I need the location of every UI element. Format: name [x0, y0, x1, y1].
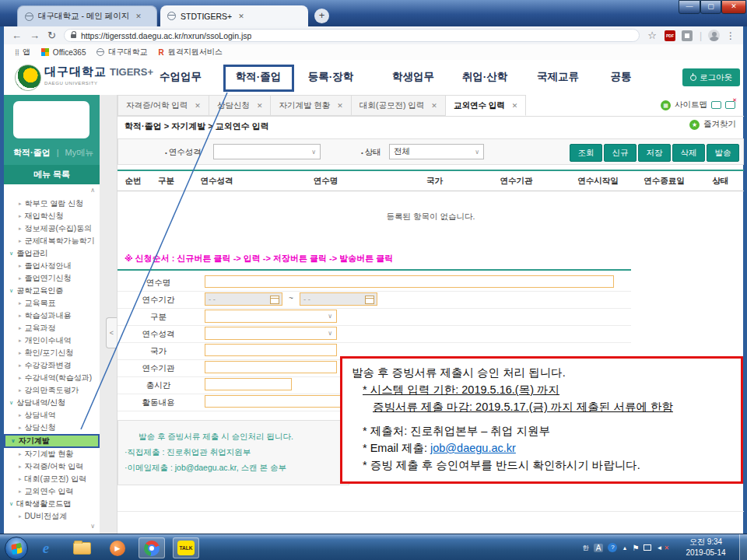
send-button[interactable]: 발송	[707, 144, 739, 162]
sidebar-section[interactable]: ∨상담내역/신청	[4, 397, 100, 409]
maximize-button[interactable]: ▢	[700, 0, 721, 14]
institution-input[interactable]	[205, 361, 337, 373]
content-tab[interactable]: 자격증/어학 입력✕	[117, 95, 209, 116]
nav-item-registration-scholarship[interactable]: 등록·장학	[293, 70, 368, 84]
scroll-down-icon[interactable]: ∨	[90, 523, 95, 530]
sidebar-item[interactable]: ▸수강내역(학습성과)	[4, 372, 100, 384]
bookmark-office365[interactable]: Office365	[41, 48, 86, 57]
nav-item-classes[interactable]: 수업업무	[143, 70, 218, 84]
sidebar-item-self-development[interactable]: ∨자기계발	[4, 434, 100, 448]
media-player-taskbar-button[interactable]: ▶	[104, 537, 131, 558]
category-select[interactable]: ∨	[205, 310, 337, 323]
sidebar-tab-records[interactable]: 학적·졸업	[13, 147, 51, 159]
calendar-icon[interactable]	[270, 296, 279, 304]
close-icon[interactable]: ✕	[337, 102, 343, 110]
close-icon[interactable]: ✕	[238, 12, 244, 20]
delete-button[interactable]: 삭제	[672, 144, 705, 162]
nav-item-common[interactable]: 공통	[584, 70, 658, 84]
status-filter-select[interactable]: 전체∨	[389, 144, 484, 159]
ie-taskbar-button[interactable]: e	[33, 537, 59, 558]
sidebar-item[interactable]: ▸강의만족도평가	[4, 384, 100, 397]
nav-item-employment[interactable]: 취업·산학	[447, 70, 522, 84]
pdf-extension-icon[interactable]: PDF	[665, 30, 675, 41]
bookmark-remote-support[interactable]: R 원격지원서비스	[158, 47, 222, 58]
sidebar-item[interactable]: ▸학습성과내용	[4, 310, 100, 322]
scroll-up-icon[interactable]: ∧	[90, 187, 95, 194]
start-date-input[interactable]: - -	[205, 292, 282, 306]
bookmark-daegu-univ[interactable]: 대구대학교	[96, 47, 147, 58]
sidebar-section[interactable]: ∨대학생활로드맵	[4, 498, 100, 510]
show-hidden-icons[interactable]: ▲	[622, 545, 627, 551]
sidebar-item[interactable]: ▸상담신청	[4, 422, 100, 434]
ime-korean-icon[interactable]: 한	[583, 544, 589, 552]
sidebar-item[interactable]: ▸개인이수내역	[4, 334, 100, 347]
sidebar-item[interactable]: ▸교육과정	[4, 322, 100, 334]
sidebar-item[interactable]: ▸수강강좌변경	[4, 359, 100, 372]
total-hours-input[interactable]	[205, 378, 292, 390]
end-date-input[interactable]: - -	[300, 292, 377, 306]
network-icon[interactable]	[644, 544, 651, 551]
save-button[interactable]: 저장	[638, 144, 671, 162]
show-desktop-button[interactable]	[739, 534, 747, 560]
email-link[interactable]: job@daegu.ac.kr	[430, 442, 516, 454]
ime-english-icon[interactable]: A	[594, 544, 604, 552]
sidebar-item[interactable]: ▸교육목표	[4, 297, 100, 310]
sidebar-item[interactable]: ▸졸업연기신청	[4, 272, 100, 285]
sidebar-tab-mymenu[interactable]: My메뉴	[65, 147, 94, 159]
favorites-button[interactable]: ★ 즐겨찾기	[689, 119, 736, 130]
sidebar-item[interactable]: ▸교외연수 입력	[4, 485, 100, 498]
content-tab[interactable]: 자기계발 현황✕	[271, 95, 351, 116]
close-button[interactable]: ✕	[721, 0, 746, 14]
training-name-input[interactable]	[205, 275, 614, 288]
explorer-taskbar-button[interactable]	[68, 537, 95, 558]
content-tab[interactable]: 교외연수 입력✕	[446, 95, 526, 116]
action-center-flag-icon[interactable]: ⚑	[632, 544, 639, 552]
profile-icon[interactable]	[708, 30, 720, 41]
browser-tab-2[interactable]: STDTIGERS+ ✕	[160, 5, 308, 26]
sitemap-group[interactable]: ▦ 사이트맵	[661, 100, 735, 110]
sidebar-item[interactable]: ▸DU비전설계	[4, 510, 100, 523]
search-button[interactable]: 조회	[570, 144, 602, 162]
browser-tab-1[interactable]: 대구대학교 - 메인 페이지 ✕	[17, 5, 157, 26]
close-icon[interactable]: ✕	[195, 102, 201, 110]
training-type-select[interactable]: ∨	[205, 327, 337, 340]
sidebar-item[interactable]: ▸정보제공(수집)동의	[4, 222, 100, 235]
kakaotalk-taskbar-button[interactable]: TALK	[173, 537, 199, 558]
nav-item-student-affairs[interactable]: 학생업무	[376, 70, 451, 84]
sidebar-item[interactable]: ▸군제대복학가능학기	[4, 235, 100, 247]
close-icon[interactable]: ✕	[135, 12, 142, 20]
taskbar-clock[interactable]: 오전 9:34 2019-05-14	[675, 537, 736, 558]
sidebar-item[interactable]: ▸재입학신청	[4, 210, 100, 222]
extension-icon[interactable]	[682, 30, 693, 41]
sidebar-item[interactable]: ▸학부모 열람 신청	[4, 198, 100, 210]
close-icon[interactable]: ✕	[431, 102, 437, 110]
close-icon[interactable]: ✕	[257, 102, 263, 110]
chrome-taskbar-button[interactable]	[139, 537, 165, 558]
minimize-button[interactable]: —	[679, 0, 700, 14]
bookmark-apps[interactable]: ⣿ 앱	[15, 47, 30, 58]
content-tab[interactable]: 상담신청✕	[209, 95, 272, 116]
refresh-icon[interactable]: ↻	[47, 30, 56, 41]
sidebar-section[interactable]: ∨공학교육인증	[4, 285, 100, 297]
calendar-icon[interactable]	[365, 296, 374, 304]
content-tab[interactable]: 대회(공모전) 입력✕	[352, 95, 446, 116]
sidebar-item[interactable]: ▸자격증/어학 입력	[4, 460, 100, 473]
sidebar-collapse-handle[interactable]: <	[106, 317, 117, 348]
sidebar-item[interactable]: ▸자기계발 현황	[4, 448, 100, 460]
sidebar-item[interactable]: ▸확인/포기신청	[4, 347, 100, 359]
country-input[interactable]	[205, 344, 337, 356]
back-icon[interactable]: ←	[12, 30, 22, 41]
window-restore-icon[interactable]	[711, 101, 721, 109]
close-icon[interactable]: ✕	[512, 102, 518, 110]
address-bar[interactable]: https://tigersstd.daegu.ac.kr/nxrun/ssoL…	[64, 29, 640, 42]
volume-icon[interactable]: ◄	[656, 544, 662, 551]
menu-dots-icon[interactable]: ⋮	[726, 30, 735, 41]
sidebar-section[interactable]: ∨졸업관리	[4, 247, 100, 260]
sidebar-item[interactable]: ▸상담내역	[4, 409, 100, 422]
new-tab-button[interactable]: +	[314, 9, 329, 23]
help-icon[interactable]: ?	[608, 543, 617, 552]
start-button[interactable]	[5, 537, 28, 560]
logout-button[interactable]: 로그아웃	[682, 68, 740, 86]
training-type-filter-select[interactable]: ∨	[213, 144, 321, 159]
site-logo[interactable]: 대구대학교TIGERS+ DAEGU UNIVERSITY	[44, 65, 153, 89]
